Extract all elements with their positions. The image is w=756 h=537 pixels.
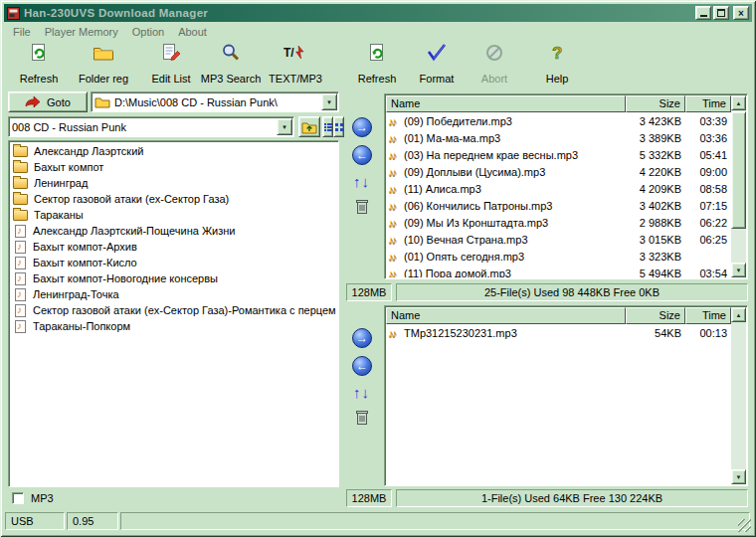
file-time-cell: 06:22: [685, 217, 731, 229]
vertical-scrollbar[interactable]: ▲ ▼: [731, 95, 746, 277]
refresh-button-left[interactable]: Refresh: [10, 40, 68, 86]
column-header-size[interactable]: Size: [626, 95, 685, 112]
vertical-scrollbar[interactable]: ▲ ▼: [731, 307, 746, 484]
column-header-time[interactable]: Time: [685, 95, 731, 112]
file-row[interactable]: (11) Пора домой.mp35 494KB03:54: [386, 265, 731, 277]
list-item[interactable]: Тараканы: [9, 207, 338, 223]
toolbar-label: TEXT/MP3: [269, 73, 322, 85]
file-row[interactable]: (11) Алиса.mp34 209KB08:58: [386, 180, 731, 197]
file-name-cell: (03) На переднем крае весны.mp3: [386, 149, 626, 161]
file-size-cell: 54KB: [626, 327, 685, 339]
up-folder-button[interactable]: [298, 116, 320, 137]
move-down-icon[interactable]: ↓: [362, 173, 371, 190]
list-item[interactable]: Тараканы-Попкорм: [9, 318, 338, 334]
mp3-search-button[interactable]: MP3 Search: [197, 40, 265, 86]
list-item[interactable]: Сектор газовой атаки (ex-Сектор Газа)-Ро…: [9, 302, 338, 318]
maximize-button[interactable]: [713, 6, 729, 20]
scroll-thumb[interactable]: [731, 111, 746, 229]
file-row[interactable]: (01) Опять сегодня.mp33 323KB: [386, 248, 731, 265]
move-down-icon[interactable]: ↓: [362, 384, 371, 401]
folder-combobox[interactable]: 008 CD - Russian Punk ▼: [8, 116, 294, 137]
mp3-checkbox[interactable]: [12, 492, 24, 504]
reorder-buttons[interactable]: ↑↓: [353, 173, 370, 190]
toolbar-label: Help: [546, 73, 569, 85]
file-row[interactable]: (10) Вечная Страна.mp33 015KB06:25: [386, 231, 731, 248]
file-row[interactable]: (09) Победители.mp33 423KB03:39: [386, 112, 731, 129]
delete-file-button-2[interactable]: [354, 409, 370, 427]
path-dropdown-button[interactable]: ▼: [321, 93, 337, 110]
file-row[interactable]: TMp31215230231.mp354KB00:13: [386, 324, 731, 341]
copy-from-device-button-2[interactable]: ←: [352, 356, 372, 376]
goto-arrow-icon: [25, 95, 41, 109]
reorder-buttons-2[interactable]: ↑↓: [353, 384, 370, 401]
menu-about[interactable]: About: [171, 25, 214, 39]
device-status: USB: [5, 512, 65, 530]
copy-to-device-button-2[interactable]: →: [352, 328, 372, 348]
toolbar-label: MP3 Search: [201, 73, 262, 85]
resize-grip[interactable]: [738, 519, 751, 532]
move-up-icon[interactable]: ↑: [353, 384, 362, 401]
menu-file[interactable]: File: [6, 25, 38, 39]
file-size-cell: 2 988KB: [626, 217, 685, 229]
folder-reg-button[interactable]: Folder reg: [70, 40, 137, 86]
move-up-icon[interactable]: ↑: [353, 173, 362, 190]
list-item[interactable]: Бахыт компот-Кисло: [9, 255, 338, 270]
list-item[interactable]: Бахыт компот-Архив: [9, 239, 338, 255]
item-label: Бахыт компот-Архив: [33, 241, 137, 253]
file-row[interactable]: (03) На переднем крае весны.mp35 332KB05…: [386, 146, 731, 163]
file-row[interactable]: (09) Доплыви (Цусима).mp34 220KB09:00: [386, 163, 731, 180]
mp3-icon: [388, 327, 404, 339]
scroll-down-button[interactable]: ▼: [731, 263, 746, 277]
menu-option[interactable]: Option: [125, 25, 171, 39]
goto-label: Goto: [47, 96, 71, 108]
column-header-name[interactable]: Name: [386, 95, 626, 112]
minimize-button[interactable]: [695, 6, 711, 20]
playlist-icon: [15, 288, 26, 301]
abort-button[interactable]: Abort: [468, 40, 521, 86]
file-row[interactable]: (01) Ма-ма-ма.mp33 389KB03:36: [386, 129, 731, 146]
list-item[interactable]: Ленинград-Точка: [9, 286, 338, 302]
copy-to-device-button[interactable]: →: [352, 117, 372, 137]
file-time-cell: 00:13: [685, 327, 731, 339]
title-bar[interactable]: Han-230UVS Download Manager ×: [4, 4, 752, 22]
version-status: 0.95: [67, 512, 118, 530]
icon-view-button[interactable]: [333, 116, 344, 137]
column-header-time[interactable]: Time: [685, 307, 731, 324]
folder-icon: [13, 178, 28, 189]
scroll-up-button[interactable]: ▲: [731, 307, 746, 322]
text-mp3-button[interactable]: T/ TEXT/MP3: [263, 40, 328, 86]
table-header: Name Size Time: [386, 307, 731, 324]
column-header-size[interactable]: Size: [626, 307, 685, 324]
playlist-icon: [15, 241, 26, 254]
file-row[interactable]: (09) Мы Из Кронштадта.mp32 988KB06:22: [386, 214, 731, 231]
list-item[interactable]: Сектор газовой атаки (ex-Сектор Газа): [9, 191, 338, 207]
column-header-name[interactable]: Name: [386, 307, 626, 324]
list-item[interactable]: Александр Лаэртский-Пощечина Жизни: [9, 223, 338, 239]
folder-file-list[interactable]: Александр ЛаэртскийБахыт компотЛенинград…: [8, 140, 339, 487]
folder-dropdown-button[interactable]: ▼: [277, 118, 292, 135]
list-view-icon: [324, 123, 332, 131]
list-item[interactable]: Ленинград: [9, 175, 338, 191]
folder-icon: [13, 146, 28, 157]
path-combobox[interactable]: D:\Music\008 CD - Russian Punk\ ▼: [91, 91, 339, 112]
device-usage-status-top: 25-File(s) Used 98 448KB Free 0KB: [396, 283, 748, 301]
refresh-button-right[interactable]: Refresh: [350, 40, 404, 86]
list-item[interactable]: Бахыт компот-Новогодние консервы: [9, 270, 338, 286]
list-item[interactable]: Александр Лаэртский: [9, 143, 338, 159]
list-view-button[interactable]: [322, 116, 333, 137]
goto-button[interactable]: Goto: [8, 91, 88, 112]
edit-list-button[interactable]: Edit List: [141, 40, 201, 86]
file-name-cell: (10) Вечная Страна.mp3: [386, 234, 626, 246]
file-row[interactable]: (06) Кончились Патроны.mp33 402KB07:15: [386, 197, 731, 214]
help-icon: ?: [549, 42, 565, 64]
file-time-cell: 09:00: [685, 166, 731, 178]
delete-file-button[interactable]: [354, 198, 370, 216]
close-button[interactable]: ×: [733, 6, 749, 20]
menu-player-memory[interactable]: Player Memory: [38, 25, 125, 39]
list-item[interactable]: Бахыт компот: [9, 159, 338, 175]
help-button[interactable]: ? Help: [535, 40, 579, 86]
scroll-up-button[interactable]: ▲: [731, 95, 746, 110]
copy-from-device-button[interactable]: ←: [352, 145, 372, 165]
format-button[interactable]: Format: [410, 40, 464, 86]
scroll-down-button[interactable]: ▼: [731, 469, 746, 484]
